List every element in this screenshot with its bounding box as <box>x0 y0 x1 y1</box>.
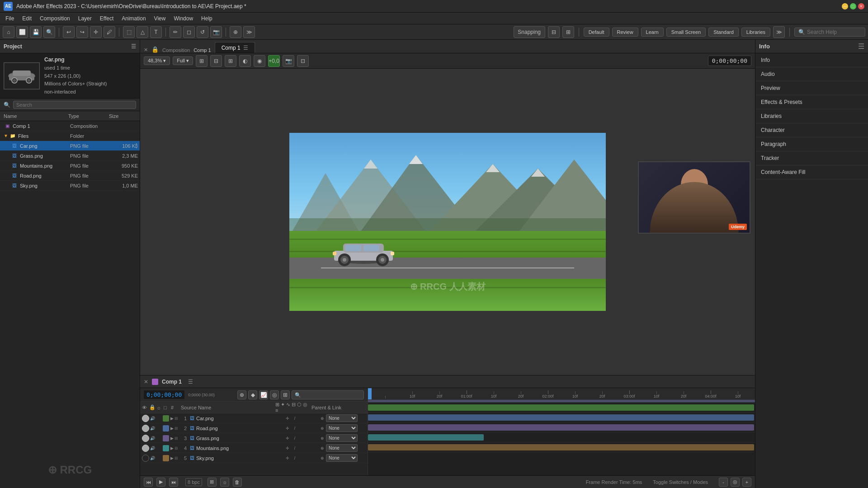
tl-layer-3-vis[interactable] <box>142 435 149 442</box>
channel-btn[interactable]: ◐ <box>239 55 251 67</box>
tl-preview-btn[interactable]: ⏮ <box>144 478 153 487</box>
pen-tool[interactable]: 🖊 <box>104 26 115 38</box>
tree-item-files[interactable]: ▼ 📁 Files Folder <box>0 131 140 141</box>
color-picker-btn[interactable]: ◉ <box>254 55 265 67</box>
save-button[interactable]: 💾 <box>30 26 42 38</box>
redo-button[interactable]: ↪ <box>76 26 88 38</box>
project-menu-icon[interactable]: ☰ <box>131 43 136 50</box>
tl-bar-3[interactable] <box>368 424 754 431</box>
move-tool[interactable]: ✛ <box>90 26 102 38</box>
tl-layer-1-parent-select[interactable]: None <box>326 414 358 422</box>
tree-item-mountains[interactable]: 🖼 Mountains.png PNG file 950 KE <box>0 161 140 171</box>
tree-item-grass[interactable]: 🖼 Grass.png PNG file 2,3 ME <box>0 151 140 161</box>
tl-layer-2-expand[interactable]: ▶ <box>170 426 174 431</box>
tree-item-car[interactable]: 🖼 Car.png PNG file 106 K₿ <box>0 141 140 151</box>
tl-layer-2-vis[interactable] <box>142 425 149 432</box>
search-help-input[interactable] <box>807 29 861 35</box>
tl-layer-1-vis[interactable] <box>142 415 149 422</box>
tl-adj-btn[interactable]: ⊞ <box>281 390 290 399</box>
tl-layer-5[interactable]: 🔊 ▶ ⊞ 5 🖼 Sky.png ✛ / ⊕ <box>140 453 368 463</box>
tl-layer-2[interactable]: 🔊 ▶ ⊞ 2 🖼 Road.png ✛ / ⊕ <box>140 423 368 433</box>
tl-layer-3[interactable]: 🔊 ▶ ⊞ 3 🖼 Grass.png ✛ / ⊕ <box>140 433 368 443</box>
section-header-libraries[interactable]: Libraries <box>755 109 868 123</box>
tl-zoom-in-btn[interactable]: + <box>742 478 751 487</box>
comp-close-btn[interactable]: ✕ <box>144 47 148 53</box>
timeline-close-btn[interactable]: ✕ <box>144 379 148 385</box>
anchor-tool[interactable]: ⊕ <box>230 26 241 38</box>
tl-layer-search[interactable] <box>292 390 364 399</box>
shape-tool[interactable]: △ <box>137 26 148 38</box>
snapping-toggle[interactable]: Snapping <box>514 26 545 38</box>
project-search-input[interactable] <box>13 101 136 109</box>
tl-bar-1[interactable] <box>368 404 754 411</box>
grid-btn[interactable]: ⊞ <box>225 55 236 67</box>
tl-layer-2-parent-select[interactable]: None <box>326 424 358 432</box>
timeline-menu-btn[interactable]: ☰ <box>188 379 193 385</box>
rotate-tool[interactable]: ↺ <box>197 26 208 38</box>
tree-item-road[interactable]: 🖼 Road.png PNG file 529 KE <box>0 171 140 181</box>
tl-layer-5-vis[interactable] <box>142 455 149 462</box>
tl-layer-5-expand[interactable]: ▶ <box>170 456 174 460</box>
section-header-info[interactable]: Info <box>755 53 868 67</box>
section-header-preview[interactable]: Preview <box>755 81 868 95</box>
safe-zones-btn[interactable]: ⊟ <box>210 55 222 67</box>
tl-layer-3-expand[interactable]: ▶ <box>170 436 174 441</box>
close-button[interactable]: ✕ <box>858 3 864 9</box>
tl-keyframe-btn[interactable]: ◆ <box>248 390 257 399</box>
menu-animation[interactable]: Animation <box>118 14 149 23</box>
brush-tool[interactable]: ✏ <box>170 26 181 38</box>
tl-delete-btn[interactable]: 🗑 <box>233 478 242 487</box>
menu-layer[interactable]: Layer <box>75 14 95 23</box>
workspace-standard[interactable]: Standard <box>708 28 739 37</box>
more-tools-button[interactable]: ≫ <box>243 26 255 38</box>
show-snapshot-btn[interactable]: ⊡ <box>297 55 309 67</box>
menu-window[interactable]: Window <box>170 14 197 23</box>
tl-graph-btn[interactable]: 📈 <box>259 390 268 399</box>
toggle-switches-modes[interactable]: Toggle Switches / Modes <box>653 479 708 485</box>
select-tool[interactable]: ⬚ <box>123 26 135 38</box>
section-header-audio[interactable]: Audio <box>755 67 868 81</box>
colorize-btn[interactable]: +0,0 <box>268 55 280 67</box>
comp-tab-comp1[interactable]: Comp 1 ☰ <box>215 42 255 53</box>
tl-layer-4[interactable]: 🔊 ▶ ⊞ 4 🖼 Mountains.png ✛ / ⊕ <box>140 443 368 453</box>
text-tool[interactable]: T <box>150 26 162 38</box>
workspace-more-button[interactable]: ≫ <box>773 26 785 38</box>
tl-solo-switches-btn[interactable]: ☼ <box>220 478 229 487</box>
section-header-effects[interactable]: Effects & Presets <box>755 95 868 109</box>
undo-button[interactable]: ↩ <box>63 26 75 38</box>
eraser-tool[interactable]: ◻ <box>183 26 195 38</box>
maximize-button[interactable]: □ <box>850 3 856 9</box>
workspace-review[interactable]: Review <box>612 28 638 37</box>
tl-layer-3-parent-select[interactable]: None <box>326 434 358 442</box>
tl-new-comp-btn[interactable]: ⊞ <box>208 478 217 487</box>
tree-item-sky[interactable]: 🖼 Sky.png PNG file 1,0 ME <box>0 181 140 191</box>
tl-layer-1-expand[interactable]: ▶ <box>170 416 174 421</box>
layout-icon[interactable]: ⊞ <box>562 26 574 38</box>
tl-playhead[interactable] <box>368 388 372 399</box>
workspace-default[interactable]: Default <box>584 28 609 37</box>
tl-zoom-fit-btn[interactable]: ◎ <box>731 478 740 487</box>
menu-file[interactable]: File <box>2 14 18 23</box>
tl-motion-blur-btn[interactable]: ◎ <box>270 390 279 399</box>
tl-end-btn[interactable]: ⏭ <box>169 478 178 487</box>
fit-to-screen-btn[interactable]: ⊞ <box>196 55 208 67</box>
workspace-learn[interactable]: Learn <box>641 28 664 37</box>
section-header-content-aware[interactable]: Content-Aware Fill <box>755 165 868 179</box>
workspace-libraries[interactable]: Libraries <box>741 28 770 37</box>
camera-tool[interactable]: 📷 <box>210 26 222 38</box>
menu-composition[interactable]: Composition <box>36 14 74 23</box>
section-header-character[interactable]: Character <box>755 123 868 137</box>
tl-layer-4-parent-select[interactable]: None <box>326 444 358 452</box>
section-header-tracker[interactable]: Tracker <box>755 151 868 165</box>
tl-bar-5[interactable] <box>368 444 754 450</box>
tl-timecode[interactable]: 0;00;00;00 <box>144 390 184 399</box>
workspace-small-screen[interactable]: Small Screen <box>666 28 706 37</box>
zoom-selector[interactable]: 48,3% ▾ <box>144 56 170 65</box>
quality-selector[interactable]: Full ▾ <box>173 56 193 65</box>
tl-zoom-out-btn[interactable]: - <box>719 478 728 487</box>
tl-layer-4-expand[interactable]: ▶ <box>170 446 174 450</box>
menu-view[interactable]: View <box>151 14 170 23</box>
tl-bar-4[interactable] <box>368 434 484 441</box>
section-header-paragraph[interactable]: Paragraph <box>755 137 868 151</box>
snapping-icon[interactable]: ⊟ <box>548 26 560 38</box>
